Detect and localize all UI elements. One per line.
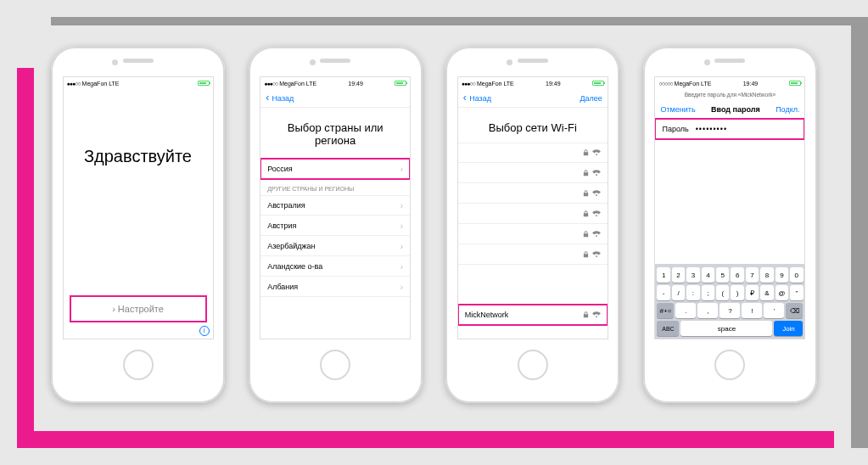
modal-title: Ввод пароля	[711, 105, 760, 114]
key[interactable]: )	[731, 285, 743, 300]
key-symbols[interactable]: #+=	[657, 303, 674, 318]
key[interactable]: 6	[731, 267, 743, 283]
home-button[interactable]	[123, 350, 154, 380]
country-row[interactable]: Аландские о-ва›	[260, 256, 410, 277]
key[interactable]: 5	[716, 267, 729, 283]
status-bar: ●●●○○ MegaFon LTE	[64, 77, 213, 89]
key[interactable]: :	[686, 285, 699, 300]
screen-country: ●●●○○ MegaFon LTE 19:49 Назад Выбор стра…	[260, 76, 411, 339]
chevron-right-icon: ›	[400, 200, 403, 210]
key[interactable]: 1	[657, 267, 669, 283]
wifi-row[interactable]	[458, 204, 608, 224]
key-abc[interactable]: ABC	[657, 321, 679, 336]
key-join[interactable]: Join	[774, 321, 803, 336]
country-label: Азербайджан	[267, 242, 315, 250]
country-row-featured[interactable]: Россия ›	[260, 159, 410, 179]
time-label: 19:49	[546, 81, 561, 87]
home-button[interactable]	[320, 350, 350, 380]
key[interactable]: 7	[746, 267, 759, 283]
key[interactable]: &	[760, 285, 773, 300]
network-label: LTE	[109, 81, 119, 87]
setup-label: Настройте	[112, 304, 164, 314]
key-space[interactable]: space	[680, 321, 772, 336]
frame-decoration	[17, 68, 34, 448]
cancel-button[interactable]: Отменить	[660, 105, 695, 114]
chevron-right-icon: ›	[400, 241, 403, 251]
status-bar: ●●●○○ MegaFon LTE 19:49	[260, 77, 410, 89]
key[interactable]: ₽	[746, 285, 759, 300]
wifi-icon	[592, 210, 601, 217]
lock-icon	[583, 170, 589, 176]
key[interactable]: 8	[760, 267, 773, 283]
wifi-row[interactable]	[458, 244, 608, 265]
wifi-row[interactable]	[458, 183, 608, 204]
phones-row: ●●●○○ MegaFon LTE Здравствуйте Настройте…	[51, 47, 817, 414]
key[interactable]: .	[675, 303, 696, 318]
chevron-right-icon: ›	[400, 282, 403, 292]
home-button[interactable]	[714, 350, 745, 380]
frame-decoration	[851, 17, 868, 448]
key[interactable]: (	[716, 285, 729, 300]
country-label: Россия	[267, 165, 293, 173]
key[interactable]: ,	[697, 303, 718, 318]
password-label: Пароль	[662, 125, 688, 133]
back-button[interactable]: Назад	[463, 94, 491, 103]
phone-wifi: ●●●○○ MegaFon LTE 19:49 Назад Далее Выбо…	[445, 47, 619, 403]
key[interactable]: 2	[672, 267, 685, 283]
wifi-icon	[592, 311, 601, 318]
carrier-label: MegaFon	[82, 81, 108, 87]
country-label: Австрия	[267, 221, 296, 230]
country-row[interactable]: Азербайджан›	[260, 236, 410, 256]
wifi-row[interactable]	[458, 143, 608, 163]
country-row[interactable]: Австралия›	[260, 195, 410, 216]
frame-decoration	[51, 17, 851, 25]
phone-country: ●●●○○ MegaFon LTE 19:49 Назад Выбор стра…	[249, 47, 423, 403]
tutorial-stage: ●●●○○ MegaFon LTE Здравствуйте Настройте…	[0, 0, 868, 465]
key[interactable]: "	[790, 285, 803, 300]
country-label: Аландские о-ва	[267, 262, 322, 271]
chevron-right-icon: ›	[400, 221, 403, 231]
key[interactable]: '	[764, 303, 784, 318]
key[interactable]: ?	[720, 303, 740, 318]
wifi-icon	[592, 231, 601, 238]
key[interactable]: ;	[702, 285, 714, 300]
lock-icon	[583, 149, 589, 156]
setup-button[interactable]: Настройте	[70, 296, 206, 322]
key[interactable]: /	[672, 285, 685, 300]
country-row[interactable]: Албания›	[260, 277, 410, 297]
key[interactable]: !	[742, 303, 762, 318]
connect-button[interactable]: Подкл.	[776, 105, 799, 114]
key[interactable]: 9	[776, 267, 788, 283]
wifi-row-selected[interactable]: MickNetwork	[458, 305, 608, 325]
wifi-icon	[592, 149, 601, 156]
wifi-ssid-label: MickNetwork	[465, 311, 509, 319]
lock-icon	[583, 190, 589, 197]
key-backspace[interactable]: ⌫	[786, 303, 803, 318]
key[interactable]: 3	[686, 267, 699, 283]
home-button[interactable]	[518, 350, 548, 380]
password-input[interactable]: •••••••••	[696, 125, 727, 133]
status-bar: ○○○○○ MegaFon LTE 19:49	[655, 77, 804, 89]
password-field-row[interactable]: Пароль •••••••••	[655, 119, 804, 139]
wifi-row[interactable]	[458, 224, 608, 244]
key[interactable]: 4	[702, 267, 714, 283]
lock-icon	[583, 210, 589, 217]
nav-bar: Назад Далее	[458, 89, 608, 108]
time-label: 19:49	[743, 81, 759, 87]
back-button[interactable]: Назад	[266, 94, 294, 103]
country-label: Албания	[267, 283, 298, 291]
key[interactable]: 0	[790, 267, 803, 283]
chevron-right-icon: ›	[400, 261, 403, 272]
key[interactable]: @	[776, 285, 788, 300]
key[interactable]: -	[657, 285, 669, 300]
wifi-row[interactable]	[458, 163, 608, 183]
next-button[interactable]: Далее	[580, 94, 602, 103]
password-prompt: Введите пароль для «MickNetwork»	[655, 89, 804, 100]
info-icon[interactable]: i	[199, 326, 210, 336]
lock-icon	[583, 311, 589, 318]
lock-icon	[583, 251, 589, 258]
battery-icon	[395, 81, 406, 86]
screen-hello: ●●●○○ MegaFon LTE Здравствуйте Настройте…	[63, 76, 214, 339]
country-row[interactable]: Австрия›	[260, 216, 410, 236]
battery-icon	[198, 81, 210, 86]
